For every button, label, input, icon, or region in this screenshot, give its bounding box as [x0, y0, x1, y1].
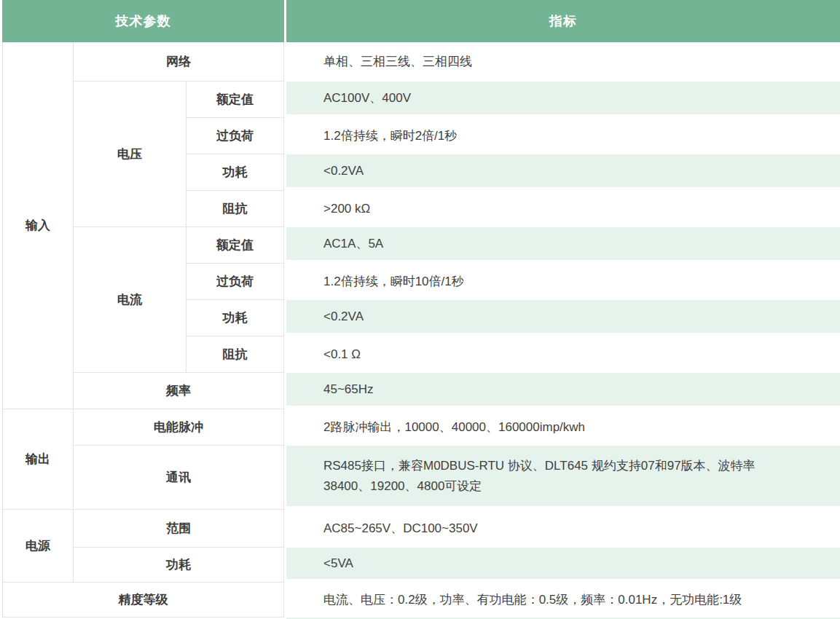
value-current-overload: 1.2倍持续，瞬时10倍/1秒: [284, 264, 840, 300]
value-range: AC85~265V、DC100~350V: [284, 510, 840, 548]
value-current-impedance: <0.1 Ω: [284, 336, 840, 373]
label-voltage-overload: 过负荷: [187, 118, 284, 154]
group-input: 输入: [2, 42, 74, 409]
label-energy-pulse: 电能脉冲: [74, 409, 284, 446]
label-communication: 通讯: [74, 446, 284, 510]
header-indicator: 指标: [286, 0, 840, 42]
value-network: 单相、三相三线、三相四线: [284, 42, 840, 82]
spec-table: 技术参数 指标 输入 输出 电源 电压 电流 网络 频率 电能脉冲 通讯 范围 …: [0, 0, 840, 619]
label-voltage-rated: 额定值: [187, 82, 284, 118]
label-network: 网络: [74, 42, 284, 82]
label-frequency: 频率: [74, 373, 284, 409]
value-current-rated: AC1A、5A: [284, 227, 840, 264]
label-current-impedance: 阻抗: [187, 336, 284, 373]
subgroup-current: 电流: [74, 227, 187, 373]
value-communication: RS485接口，兼容M0DBUS-RTU 协议、DLT645 规约支持07和97…: [284, 446, 840, 510]
group-power: 电源: [2, 510, 74, 583]
subgroup-voltage: 电压: [74, 82, 187, 227]
group-output: 输出: [2, 409, 74, 510]
label-power-consumption: 功耗: [74, 548, 284, 583]
label-current-overload: 过负荷: [187, 264, 284, 300]
value-voltage-overload: 1.2倍持续，瞬时2倍/1秒: [284, 118, 840, 154]
header-params: 技术参数: [2, 0, 284, 42]
label-voltage-power: 功耗: [187, 154, 284, 191]
value-current-power: <0.2VA: [284, 300, 840, 336]
value-accuracy-class: 电流、电压：0.2级，功率、有功电能：0.5级，频率：0.01Hz，无功电能:1…: [284, 583, 840, 618]
label-current-rated: 额定值: [187, 227, 284, 264]
value-voltage-power: <0.2VA: [284, 154, 840, 191]
label-range: 范围: [74, 510, 284, 548]
value-voltage-impedance: >200 kΩ: [284, 191, 840, 227]
value-energy-pulse: 2路脉冲输出，10000、40000、160000imp/kwh: [284, 409, 840, 446]
label-current-power: 功耗: [187, 300, 284, 336]
value-power-consumption: <5VA: [284, 548, 840, 583]
value-voltage-rated: AC100V、400V: [284, 82, 840, 118]
value-frequency: 45~65Hz: [284, 373, 840, 409]
label-accuracy-class: 精度等级: [2, 583, 284, 618]
label-voltage-impedance: 阻抗: [187, 191, 284, 227]
